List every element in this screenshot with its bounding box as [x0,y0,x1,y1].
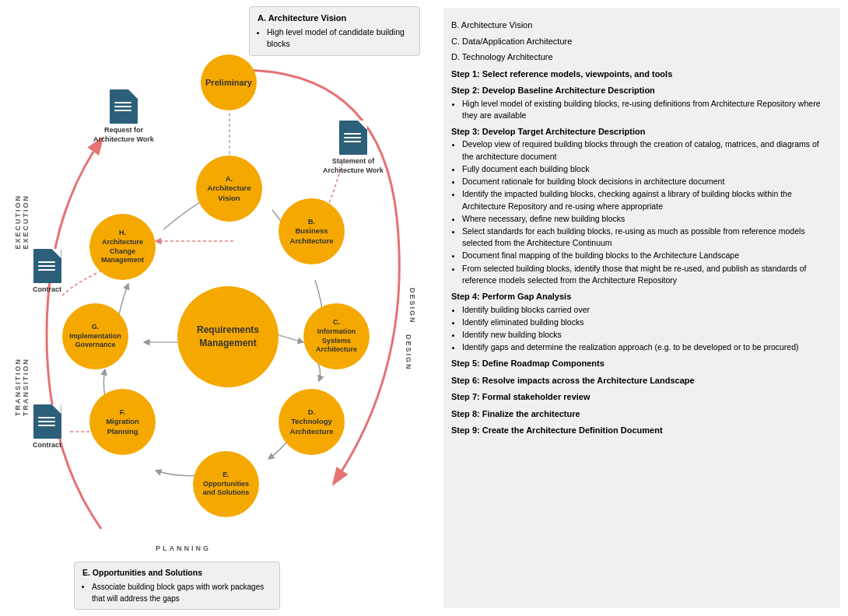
doc-contract-1-label: Contract [33,285,61,295]
bottom-callout-list: Associate building block gaps with work … [92,581,272,604]
page-container: A. Architecture Vision High level model … [0,0,848,616]
top-callout-bullets: High level model of candidate building b… [267,26,412,51]
panel-bold-heading: Step 3: Develop Target Architecture Desc… [451,125,829,138]
circle-d: D.TechnologyArchitecture [279,389,345,455]
top-callout-bullet-1: High level model of candidate building b… [267,26,412,51]
panel-bullet-item: Document rationale for building block de… [462,176,829,187]
circle-a: A.ArchitectureVision [196,156,262,222]
label-design: DESIGN [405,334,412,371]
circle-center: RequirementsManagement [177,286,279,387]
panel-bullet-item: Identify building blocks carried over [462,304,829,316]
circle-g: G.ImplementationGovernance [62,303,128,369]
label-transition: TRANSITION [14,358,22,416]
diagram-area: A. Architecture Vision High level model … [0,0,443,616]
right-panel: B. Architecture VisionC. Data/Applicatio… [443,8,840,608]
circle-b: B.BusinessArchitecture [279,198,345,264]
panel-bold-heading: Step 6: Resolve impacts across the Archi… [451,374,829,387]
doc-contract-1: Contract [33,249,61,295]
circle-h: H.ArchitectureChangeManagement [89,214,156,280]
panel-bold-heading: Step 4: Perform Gap Analysis [451,290,829,303]
transition-label: TRANSITION [22,358,30,416]
panel-bold-heading: Step 1: Select reference models, viewpoi… [451,68,829,81]
panel-bullet-item: High level model of existing building bl… [462,98,829,121]
doc-statement-label: Statement ofArchitecture Work [323,157,384,175]
panel-bullet-item: From selected building blocks, identify … [462,263,829,286]
panel-bullet-item: Select standards for each building block… [462,226,829,249]
circle-preliminary: Preliminary [201,54,257,110]
doc-contract-2-label: Contract [33,441,61,450]
label-execution: EXECUTION [14,194,22,250]
doc-request: Request forArchitecture Work [93,89,154,144]
panel-bold-heading: Step 7: Formal stakeholder review [451,390,829,404]
top-callout: A. Architecture Vision High level model … [249,6,420,56]
panel-bold-heading: Step 2: Develop Baseline Architecture De… [451,84,829,97]
panel-bullet-item: Develop view of required building blocks… [462,138,829,162]
panel-bullet-list: Identify building blocks carried overIde… [462,304,829,354]
panel-bullet-item: Identify gaps and determine the realizat… [462,341,829,353]
panel-bullet-item: Identify eliminated building blocks [462,317,829,328]
panel-heading: C. Data/Application Architecture [451,35,829,48]
panel-bullet-item: Fully document each building block [462,163,829,175]
doc-request-label: Request forArchitecture Work [93,126,154,144]
circle-f: F.MigrationPlanning [89,389,156,455]
circle-c: C.InformationSystemsArchitecture [303,303,370,369]
top-callout-title: A. Architecture Vision [258,12,412,25]
right-panel-content: B. Architecture VisionC. Data/Applicatio… [451,19,829,437]
design-label: DESIGN [408,288,416,324]
panel-bullet-item: Where necessary, define new building blo… [462,213,829,225]
bottom-callout: E. Opportunities and Solutions Associate… [74,562,280,610]
panel-heading: B. Architecture Vision [451,19,829,32]
doc-contract-2: Contract [33,404,61,450]
panel-bold-heading: Step 5: Define Roadmap Components [451,357,829,370]
circle-e: E.Opportunitiesand Solutions [193,451,259,517]
panel-heading: D. Technology Architecture [451,51,829,64]
panel-bullet-item: Identify the impacted building blocks, c… [462,188,829,212]
panel-bullet-item: Identify new building blocks [462,329,829,341]
panel-bold-heading: Step 9: Create the Architecture Definiti… [451,424,829,437]
panel-bullet-list: Develop view of required building blocks… [462,138,829,286]
label-planning: PLANNING [156,544,211,552]
panel-bold-heading: Step 8: Finalize the architecture [451,408,829,421]
panel-bullet-list: High level model of existing building bl… [462,98,829,121]
bottom-callout-bullet-1: Associate building block gaps with work … [92,581,272,604]
execution-label: EXECUTION [22,194,30,250]
doc-statement: Statement ofArchitecture Work [323,121,384,175]
panel-bullet-item: Document final mapping of the building b… [462,250,829,261]
bottom-callout-title: E. Opportunities and Solutions [82,567,272,579]
